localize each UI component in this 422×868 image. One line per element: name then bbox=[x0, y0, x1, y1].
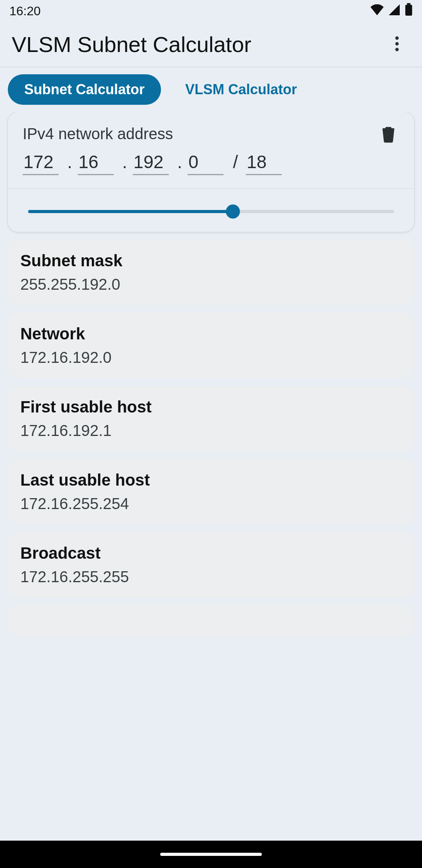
tab-vlsm-calculator[interactable]: VLSM Calculator bbox=[169, 74, 313, 105]
more-options-button[interactable] bbox=[385, 33, 409, 56]
gesture-pill[interactable] bbox=[160, 853, 262, 856]
result-partial bbox=[8, 605, 414, 637]
wifi-icon bbox=[370, 4, 384, 18]
slash-separator: / bbox=[233, 151, 238, 172]
tab-subnet-calculator[interactable]: Subnet Calculator bbox=[8, 74, 161, 105]
octet-3-input[interactable] bbox=[133, 151, 169, 175]
result-subnet-mask: Subnet mask 255.255.192.0 bbox=[8, 240, 414, 305]
result-title: First usable host bbox=[20, 398, 402, 416]
result-value: 172.16.255.255 bbox=[20, 568, 402, 586]
result-title: Subnet mask bbox=[20, 251, 402, 270]
dot-separator: . bbox=[122, 151, 127, 172]
page-title: VLSM Subnet Calculator bbox=[12, 32, 251, 57]
octet-2-input[interactable] bbox=[78, 151, 114, 175]
trash-icon bbox=[381, 137, 396, 144]
prefix-input[interactable] bbox=[246, 151, 282, 175]
result-value: 172.16.255.254 bbox=[20, 495, 402, 513]
result-last-host: Last usable host 172.16.255.254 bbox=[8, 459, 414, 524]
result-broadcast: Broadcast 172.16.255.255 bbox=[8, 532, 414, 597]
status-time: 16:20 bbox=[9, 4, 41, 18]
system-nav-bar bbox=[0, 841, 422, 868]
result-value: 172.16.192.0 bbox=[20, 349, 402, 366]
result-title: Last usable host bbox=[20, 471, 402, 490]
dot-separator: . bbox=[67, 151, 72, 172]
tab-label: VLSM Calculator bbox=[185, 81, 297, 98]
svg-point-3 bbox=[395, 42, 399, 45]
dot-separator: . bbox=[177, 151, 182, 172]
result-title: Network bbox=[20, 325, 402, 343]
svg-point-2 bbox=[395, 36, 399, 40]
app-bar: VLSM Subnet Calculator bbox=[0, 22, 422, 67]
svg-rect-1 bbox=[405, 5, 412, 16]
octet-1-input[interactable] bbox=[23, 151, 59, 175]
svg-point-4 bbox=[395, 48, 399, 51]
result-title: Broadcast bbox=[20, 544, 402, 563]
result-value: 255.255.192.0 bbox=[20, 276, 402, 293]
result-value: 172.16.192.1 bbox=[20, 422, 402, 439]
ip-input-card: IPv4 network address . . . / bbox=[8, 112, 414, 232]
more-vert-icon bbox=[395, 36, 399, 53]
result-network: Network 172.16.192.0 bbox=[8, 313, 414, 378]
cell-signal-icon bbox=[388, 4, 400, 18]
clear-button[interactable] bbox=[381, 126, 398, 143]
ipv4-label: IPv4 network address bbox=[23, 125, 173, 143]
result-first-host: First usable host 172.16.192.1 bbox=[8, 386, 414, 451]
tab-row: Subnet Calculator VLSM Calculator bbox=[0, 67, 422, 112]
battery-icon bbox=[405, 3, 413, 19]
octet-4-input[interactable] bbox=[188, 151, 224, 175]
svg-rect-0 bbox=[407, 3, 411, 5]
tab-label: Subnet Calculator bbox=[24, 81, 145, 98]
prefix-slider[interactable] bbox=[28, 210, 394, 213]
ip-input-row: . . . / bbox=[8, 145, 414, 188]
status-bar: 16:20 bbox=[0, 0, 422, 22]
